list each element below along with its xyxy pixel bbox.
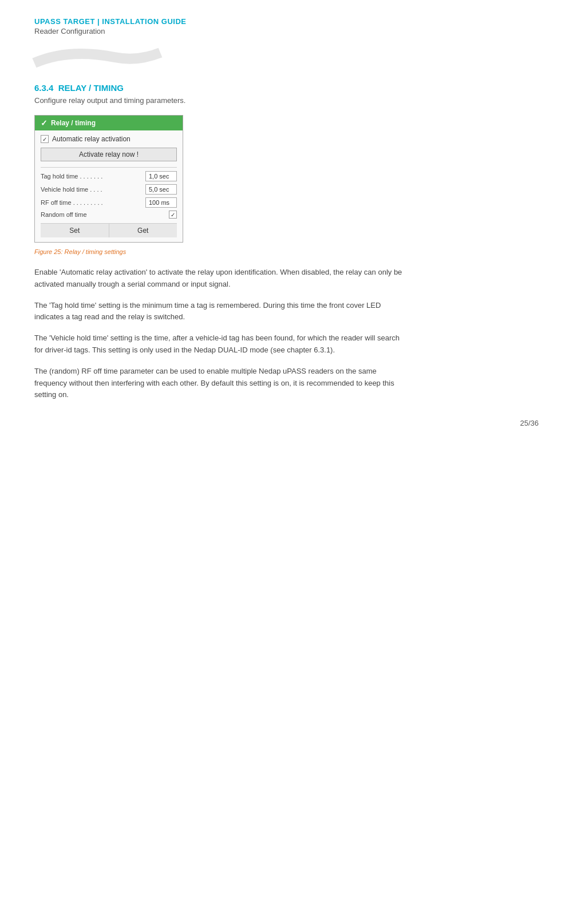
random-off-time-row: Random off time ✓ — [41, 211, 177, 219]
rf-off-time-label: RF off time . . . . . . . . . — [41, 199, 145, 206]
figure-caption: Figure 25: Relay / timing settings — [34, 248, 539, 255]
checkmark-icon: ✓ — [41, 118, 48, 128]
tag-hold-time-row: Tag hold time . . . . . . . 1,0 sec — [41, 171, 177, 181]
vehicle-hold-time-row: Vehicle hold time . . . . 5,0 sec — [41, 184, 177, 195]
random-off-time-checkbox[interactable]: ✓ — [169, 211, 177, 219]
paragraph-3: The 'Vehicle hold time' setting is the t… — [34, 332, 406, 356]
doc-title: UPASS TARGET | INSTALLATION GUIDE — [34, 17, 539, 26]
rf-off-time-row: RF off time . . . . . . . . . 100 ms — [41, 197, 177, 208]
widget-footer: Set Get — [41, 223, 177, 237]
doc-subtitle: Reader Configuration — [34, 27, 539, 35]
automatic-relay-checkbox[interactable]: ✓ — [41, 135, 49, 143]
automatic-relay-label: Automatic relay activation — [52, 135, 131, 143]
random-off-time-label: Random off time — [41, 211, 169, 218]
set-button[interactable]: Set — [41, 224, 109, 237]
get-button[interactable]: Get — [109, 224, 177, 237]
tag-hold-time-value[interactable]: 1,0 sec — [145, 171, 177, 181]
widget-body: ✓ Automatic relay activation Activate re… — [35, 130, 183, 242]
section-description: Configure relay output and timing parame… — [34, 96, 539, 105]
divider — [41, 167, 177, 168]
decorative-swoosh — [34, 47, 160, 64]
section-heading: 6.3.4 RELAY / TIMING — [34, 83, 539, 93]
section-number: 6.3.4 — [34, 83, 53, 93]
vehicle-hold-time-value[interactable]: 5,0 sec — [145, 184, 177, 195]
paragraph-1: Enable 'Automatic relay activation' to a… — [34, 267, 406, 291]
section-title: RELAY / TIMING — [58, 83, 124, 93]
vehicle-hold-time-label: Vehicle hold time . . . . — [41, 186, 145, 193]
activate-relay-button[interactable]: Activate relay now ! — [41, 148, 177, 161]
tag-hold-time-label: Tag hold time . . . . . . . — [41, 173, 145, 180]
automatic-relay-row: ✓ Automatic relay activation — [41, 135, 177, 143]
widget-title: Relay / timing — [51, 119, 96, 127]
paragraph-2: The 'Tag hold time' setting is the minim… — [34, 300, 406, 324]
relay-timing-widget: ✓ Relay / timing ✓ Automatic relay activ… — [34, 115, 183, 243]
widget-titlebar: ✓ Relay / timing — [35, 116, 183, 130]
rf-off-time-value[interactable]: 100 ms — [145, 197, 177, 208]
paragraph-4: The (random) RF off time parameter can b… — [34, 366, 406, 401]
page-number: 25/36 — [520, 419, 539, 427]
